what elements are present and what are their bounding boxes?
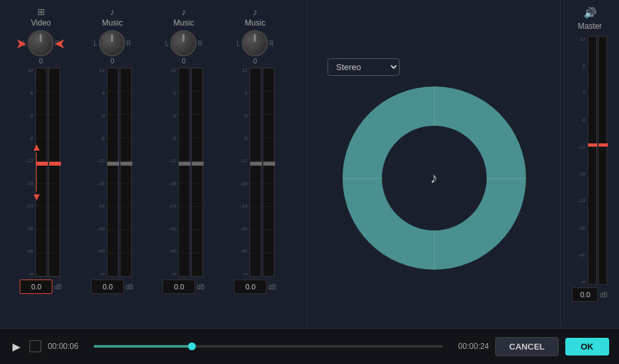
channel-video: ⊞ Video L R 0 12: [7, 7, 75, 321]
center-panel: Stereo Mono Left Right ♪: [308, 0, 560, 328]
channel-music1: ♪ Music L R 0 1260 -6-12-18 -24-30-40-∞: [78, 7, 147, 321]
fader-arrow-indicator: ▲ ▼: [31, 142, 42, 202]
music3-knob-container: L R: [236, 30, 274, 56]
circular-visualizer: ♪: [343, 86, 526, 270]
music3-fader-handle[interactable]: [250, 162, 262, 166]
channel-music2: ♪ Music L R 0 1260 -6-12-18 -24-30-40-∞: [149, 7, 218, 321]
music2-fader-track[interactable]: [178, 67, 190, 277]
cancel-button[interactable]: CANCEL: [495, 337, 558, 356]
channel-music2-label: Music: [174, 18, 194, 27]
music2-icon: ♪: [181, 7, 186, 17]
music1-fader-handle-2[interactable]: [121, 162, 132, 166]
music3-r-label: R: [269, 40, 274, 47]
inner-circle: ♪: [382, 126, 487, 230]
master-fader-handle-right[interactable]: [599, 143, 608, 147]
music2-knob-container: L R: [165, 30, 202, 56]
channel-music1-label: Music: [102, 18, 122, 27]
music2-fader-handle-2[interactable]: [192, 162, 204, 166]
master-meters: [588, 36, 607, 285]
master-panel: 🔊 Master 12 6 0 -6 -12 -18 -24 -30 -40 -…: [560, 0, 619, 328]
music3-l-label: L: [236, 40, 240, 47]
speaker-icon: 🔊: [584, 7, 597, 19]
master-db-label: dB: [599, 291, 607, 299]
music1-fader-track-2[interactable]: [120, 67, 132, 277]
music3-knob[interactable]: [242, 30, 268, 56]
master-fader-handle-left[interactable]: [588, 143, 597, 147]
channel-music3: ♪ Music L R 0 1260 -6-12-18 -24-30-40-∞: [221, 7, 290, 321]
video-knob-container: L R: [22, 30, 60, 56]
master-db-row: dB: [572, 287, 607, 302]
music2-knob[interactable]: [170, 30, 197, 56]
music3-fader-handle-2[interactable]: [263, 162, 275, 166]
video-db-input[interactable]: [20, 280, 52, 294]
timeline-progress: [94, 345, 191, 348]
music1-knob[interactable]: [99, 30, 125, 56]
music1-fader-handle[interactable]: [107, 162, 119, 166]
master-label: Master: [578, 22, 602, 31]
music3-icon: ♪: [253, 7, 257, 17]
music3-fader-track[interactable]: [250, 67, 261, 277]
music3-db-label: dB: [268, 283, 276, 291]
timeline-thumb[interactable]: [188, 342, 196, 350]
channel-music3-knob-value: 0: [253, 58, 257, 65]
master-db-input[interactable]: [572, 287, 598, 302]
music1-knob-container: L R: [94, 30, 131, 56]
channel-video-label: Video: [31, 18, 50, 27]
mixer-panel: ⊞ Video L R 0 12: [0, 0, 308, 328]
channel-music2-knob-value: 0: [182, 58, 186, 65]
timeline-bar[interactable]: [94, 345, 443, 348]
video-icon: ⊞: [37, 7, 45, 17]
bottom-bar: ▶ 00:00:06 00:00:24 CANCEL OK: [0, 328, 619, 364]
svg-marker-0: [17, 39, 26, 48]
music2-fader-track-2[interactable]: [191, 67, 203, 277]
video-db-label: dB: [54, 283, 62, 291]
video-knob[interactable]: [28, 30, 54, 56]
music2-r-label: R: [198, 40, 202, 47]
stereo-dropdown-container: Stereo Mono Left Right: [321, 58, 547, 76]
music3-fader-scale: 1260 -6-12-18 -24-30-40-∞: [236, 67, 248, 277]
knob-arrow-right-icon: [55, 39, 64, 48]
music2-fader-handle[interactable]: [179, 162, 191, 166]
music2-db-input[interactable]: [162, 280, 195, 294]
time-end: 00:00:24: [449, 342, 489, 351]
master-meter-right[interactable]: [598, 36, 607, 285]
stereo-dropdown[interactable]: Stereo Mono Left Right: [328, 58, 400, 76]
outer-ring: ♪: [343, 86, 526, 270]
music-center-icon: ♪: [430, 170, 438, 187]
channel-music3-label: Music: [245, 18, 265, 27]
master-fader-area: 12 6 0 -6 -12 -18 -24 -30 -40 -∞: [572, 36, 607, 285]
music2-l-label: L: [165, 40, 169, 47]
music2-db-row: dB: [162, 280, 204, 294]
ok-button[interactable]: OK: [565, 338, 610, 355]
music1-icon: ♪: [110, 7, 115, 17]
video-fader-track-2[interactable]: [48, 67, 60, 277]
svg-marker-1: [55, 39, 64, 48]
master-meter-left[interactable]: [588, 36, 597, 285]
play-button[interactable]: ▶: [10, 340, 23, 353]
music1-db-row: dB: [91, 280, 133, 294]
master-scale: 12 6 0 -6 -12 -18 -24 -30 -40 -∞: [572, 36, 586, 285]
channel-music1-knob-value: 0: [111, 58, 115, 65]
music3-fader-track-2[interactable]: [263, 67, 274, 277]
stop-button[interactable]: [29, 340, 41, 352]
channel-video-knob-value: 0: [39, 58, 43, 65]
music1-fader-scale: 1260 -6-12-18 -24-30-40-∞: [93, 67, 105, 277]
music3-db-input[interactable]: [234, 280, 267, 294]
music2-fader-scale: 1260 -6-12-18 -24-30-40-∞: [164, 67, 176, 277]
music1-l-label: L: [94, 40, 98, 47]
music1-db-label: dB: [125, 283, 133, 291]
video-fader-handle-2[interactable]: [49, 162, 61, 166]
music1-fader-track[interactable]: [107, 67, 119, 277]
music2-db-label: dB: [197, 283, 204, 291]
music1-r-label: R: [126, 40, 131, 47]
knob-arrow-left-icon: [17, 39, 26, 48]
video-db-row: dB: [20, 280, 62, 294]
time-start: 00:00:06: [48, 342, 87, 351]
music1-db-input[interactable]: [91, 280, 124, 294]
music3-db-row: dB: [234, 280, 276, 294]
